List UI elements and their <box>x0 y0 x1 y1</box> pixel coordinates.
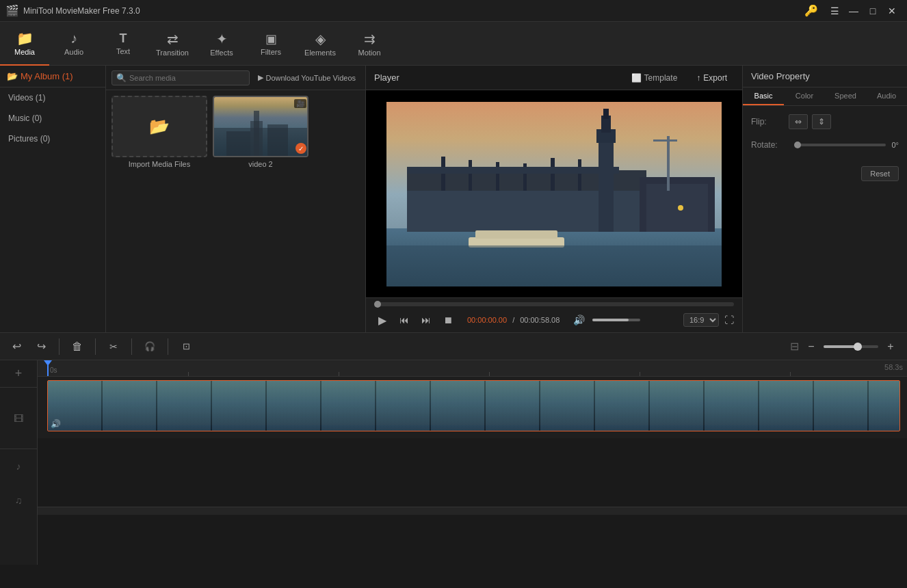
right-panel: Video Property Basic Color Speed Audio F… <box>743 66 907 332</box>
svg-rect-4 <box>267 124 288 157</box>
video2-label: video 2 <box>213 160 308 168</box>
flip-vertical-button[interactable]: ⇕ <box>812 114 831 129</box>
app-icon: 🎬 <box>5 4 19 17</box>
volume-icon[interactable]: 🔊 <box>570 312 587 328</box>
volume-slider[interactable] <box>592 319 640 321</box>
toolbar-transition[interactable]: ⇄ Transition <box>148 22 197 66</box>
separator-1 <box>59 338 60 355</box>
toolbar-effects[interactable]: ✦ Effects <box>197 22 246 66</box>
player-video <box>366 90 742 297</box>
import-button[interactable]: 📂 <box>111 96 207 157</box>
flip-horizontal-button[interactable]: ⇔ <box>789 114 808 129</box>
audio-icon: ♪ <box>70 31 77 46</box>
next-button[interactable]: ⏭ <box>418 312 434 328</box>
ruler-start: 0s <box>47 366 57 374</box>
video-clip[interactable]: 🔊 <box>47 380 900 431</box>
close-button[interactable]: ✕ <box>882 3 902 19</box>
svg-rect-22 <box>646 184 708 232</box>
svg-rect-20 <box>407 167 619 174</box>
video-track-icon[interactable]: 🎞 <box>0 388 37 449</box>
audio-track-empty <box>38 438 907 472</box>
music-track-icon[interactable]: ♫ <box>0 483 37 518</box>
tab-color[interactable]: Color <box>784 88 825 105</box>
zoom-out-button[interactable]: − <box>802 337 821 356</box>
flip-h-icon: ⇔ <box>795 117 802 126</box>
stop-button[interactable]: ⏹ <box>440 312 456 328</box>
yt-download-button[interactable]: ▶ Download YouTube Videos <box>254 71 360 84</box>
tab-speed[interactable]: Speed <box>825 88 866 105</box>
aspect-ratio-select[interactable]: 16:9 4:3 1:1 9:16 <box>683 313 719 327</box>
menu-button[interactable]: ☰ <box>825 3 844 19</box>
sidebar-item-music[interactable]: Music (0) <box>0 108 105 129</box>
template-button[interactable]: ⬜ Template <box>625 70 685 85</box>
import-media-item: 📂 Import Media Files <box>111 96 207 327</box>
play-button[interactable]: ▶ <box>374 312 391 328</box>
template-label: Template <box>644 73 678 83</box>
audio-track-icon[interactable]: ♪ <box>0 449 37 483</box>
filters-icon: ▣ <box>265 31 277 46</box>
effects-icon: ✦ <box>216 31 228 47</box>
minimize-button[interactable]: — <box>844 3 863 19</box>
album-title: My Album (1) <box>21 71 73 81</box>
rotate-slider[interactable] <box>794 144 886 146</box>
redo-button[interactable]: ↪ <box>31 337 51 356</box>
svg-rect-18 <box>551 158 555 191</box>
playhead[interactable] <box>47 360 49 376</box>
zoom-in-button[interactable]: + <box>881 337 900 356</box>
cut-button[interactable]: ✂ <box>104 337 123 356</box>
toolbar-motion[interactable]: ⇉ Motion <box>345 22 394 66</box>
video2-thumb[interactable]: 🎥 ✓ <box>213 96 308 157</box>
motion-icon: ⇉ <box>364 31 376 47</box>
toolbar-elements[interactable]: ◈ Elements <box>295 22 345 66</box>
reset-button[interactable]: Reset <box>861 166 899 181</box>
undo-button[interactable]: ↩ <box>7 337 26 356</box>
export-icon: ↑ <box>696 73 700 83</box>
prev-button[interactable]: ⏮ <box>396 312 412 328</box>
add-track-button[interactable]: + <box>0 360 37 388</box>
timeline-scrollbar[interactable] <box>38 507 907 515</box>
zoom-slider[interactable] <box>824 345 878 348</box>
restore-button[interactable]: □ <box>863 3 882 19</box>
toolbar-filters[interactable]: ▣ Filters <box>246 22 295 66</box>
timeline-ruler: 0s 58.3s <box>38 360 907 377</box>
transition-label: Transition <box>156 49 189 57</box>
toolbar-media[interactable]: 📁 Media <box>0 22 49 66</box>
controls-row: ▶ ⏮ ⏭ ⏹ 00:00:00.00 / 00:00:58.08 🔊 16:9… <box>374 312 734 328</box>
track-headers: + 🎞 ♪ ♫ <box>0 360 38 565</box>
sidebar-item-videos[interactable]: Videos (1) <box>0 88 105 108</box>
detach-audio-button[interactable]: 🎧 <box>140 337 159 356</box>
flip-row: Flip: ⇔ ⇕ <box>751 114 899 129</box>
tab-basic[interactable]: Basic <box>743 88 784 105</box>
video-property-title: Video Property <box>743 66 907 88</box>
media-grid: 📂 Import Media Files <box>106 90 365 332</box>
album-icon: 📂 <box>7 71 18 81</box>
sidebar-item-pictures[interactable]: Pictures (0) <box>0 129 105 149</box>
video2-item: 🎥 ✓ video 2 <box>213 96 308 327</box>
flip-buttons: ⇔ ⇕ <box>789 114 831 129</box>
player-title: Player <box>374 72 399 83</box>
ruler-tick-4 <box>640 372 640 376</box>
delete-button[interactable]: 🗑 <box>68 337 87 356</box>
audio-label: Audio <box>64 48 83 56</box>
timeline-controls-bar: ↩ ↪ 🗑 ✂ 🎧 ⊡ ⊟ − + <box>0 332 907 360</box>
flip-label: Flip: <box>751 117 789 126</box>
app-title: MiniTool MovieMaker Free 7.3.0 <box>23 6 804 16</box>
elements-icon: ◈ <box>315 31 326 47</box>
search-input[interactable] <box>129 74 245 82</box>
video-frame <box>386 102 722 286</box>
export-button[interactable]: ↑ Export <box>689 70 734 85</box>
toolbar-text[interactable]: T Text <box>98 22 148 66</box>
ruler-end: 58.3s <box>882 363 903 371</box>
media-label: Media <box>14 48 35 56</box>
crop-button[interactable]: ⊡ <box>176 337 196 356</box>
tab-audio[interactable]: Audio <box>866 88 907 105</box>
progress-bar[interactable] <box>374 302 734 306</box>
progress-dot <box>374 301 381 308</box>
filters-label: Filters <box>261 48 281 56</box>
rotate-row: Rotate: 0° <box>751 140 899 150</box>
transition-icon: ⇄ <box>167 31 179 47</box>
toolbar-audio[interactable]: ♪ Audio <box>49 22 98 66</box>
svg-point-26 <box>678 205 683 211</box>
film-strip-icon: 🎞 <box>14 413 23 424</box>
fullscreen-button[interactable]: ⛶ <box>724 315 734 325</box>
